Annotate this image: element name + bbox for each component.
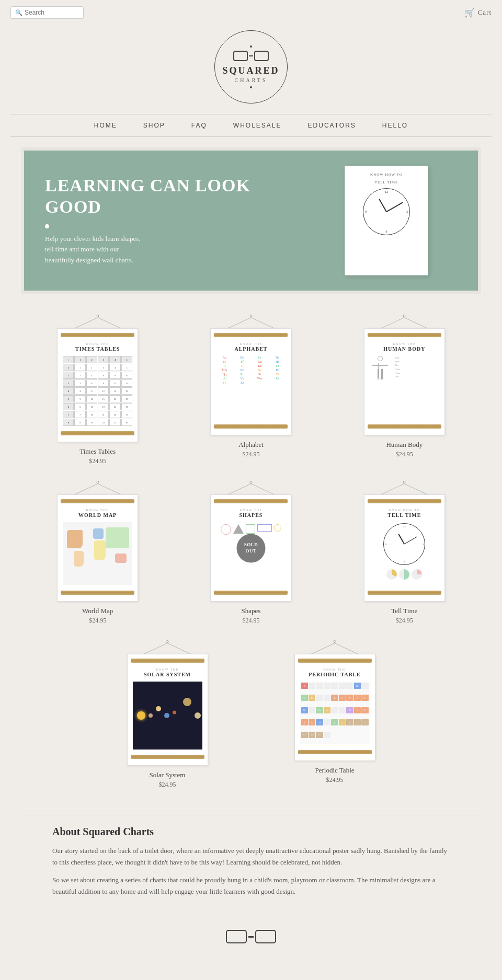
poster-name: SHAPES	[239, 512, 263, 518]
logo-glasses	[233, 51, 269, 61]
nav-home[interactable]: HOME	[94, 122, 117, 129]
wood-bottom	[214, 424, 288, 429]
wood-top	[368, 333, 441, 337]
about-title: About Squared Charts	[52, 826, 450, 838]
pie1	[386, 569, 397, 580]
logo-section: SQUARED CHARTS	[0, 25, 502, 114]
product-price: $24.95	[89, 457, 106, 465]
wood-top	[61, 499, 134, 503]
footer-left-glass	[226, 930, 247, 943]
products-section: KNOW THE TIMES TABLES ×12345 112345 2246…	[0, 309, 502, 804]
cart-icon: 🛒	[464, 8, 475, 18]
product-label: Periodic Table	[315, 766, 354, 775]
product-price: $24.95	[396, 617, 413, 625]
cart-area[interactable]: 🛒 Cart	[464, 8, 492, 18]
about-paragraph2: So we set about creating a series of cha…	[52, 874, 450, 897]
poster-name: TELL TIME	[387, 512, 421, 518]
wood-top	[214, 499, 288, 503]
poster-inner: KNOW HOW TO TELL TIME 12 3 6 9	[368, 506, 441, 587]
wood-bottom	[298, 750, 372, 754]
worldmap-area	[63, 522, 132, 585]
product-label: Shapes	[242, 607, 261, 615]
wood-top	[214, 333, 288, 337]
poster-inner: KNOW THE TIMES TABLES ×12345 112345 2246…	[61, 340, 134, 428]
glasses-bridge	[249, 55, 253, 56]
wood-bottom	[368, 591, 441, 595]
logo-brand: SQUARED	[222, 65, 279, 76]
footer-glasses-icon	[226, 930, 276, 943]
product-label: Alphabet	[238, 441, 264, 449]
poster-know: KNOW THE	[239, 509, 263, 512]
wood-top	[131, 659, 204, 663]
poster-know: KNOW HOW TO	[389, 509, 420, 512]
solar-sun	[137, 711, 145, 720]
hero-image-area: KNOW HOW TO TELL TIME 12 3 6 9	[295, 151, 478, 291]
product-solar-system[interactable]: KNOW THE SOLAR SYSTEM Solar Syste	[94, 640, 241, 789]
poster-world-map: KNOW THE WORLD MAP	[57, 494, 138, 602]
product-label: Tell Time	[391, 607, 417, 615]
footer-bridge	[248, 936, 254, 938]
poster-inner: KNOW THE PERIODIC TABLE H He Li Be	[298, 666, 372, 747]
product-tell-time[interactable]: KNOW HOW TO TELL TIME 12 3 6 9	[338, 481, 471, 625]
product-periodic-table[interactable]: KNOW THE PERIODIC TABLE H He Li Be	[261, 640, 408, 789]
poster-know: KNOW THE	[323, 668, 346, 671]
wood-top	[298, 659, 372, 663]
products-grid-row1: KNOW THE TIMES TABLES ×12345 112345 2246…	[31, 315, 471, 465]
hero-poster-know: KNOW HOW TO	[370, 172, 403, 177]
about-paragraph1: Our story started on the back of a toile…	[52, 845, 450, 868]
poster-know: KNOW THE	[86, 342, 109, 345]
product-times-tables[interactable]: KNOW THE TIMES TABLES ×12345 112345 2246…	[31, 315, 164, 465]
poster-alphabet: KNOW THE ALPHABET AaBbCcDd EeFfGgHh IiJj…	[210, 328, 291, 435]
left-glass	[233, 51, 248, 61]
logo-circle[interactable]: SQUARED CHARTS	[214, 30, 288, 103]
product-price: $24.95	[89, 617, 106, 625]
pie2	[399, 569, 409, 580]
search-input[interactable]	[25, 9, 82, 16]
pie3	[412, 569, 422, 580]
skeleton-area: SkullSpineRibsPelvisFemurTibia	[370, 356, 439, 379]
hero-title: LEARNING CAN LOOK GOOD	[45, 175, 274, 218]
wood-bottom	[131, 755, 204, 759]
search-box[interactable]: 🔍	[10, 6, 84, 19]
wood-bottom	[61, 591, 134, 595]
hero-banner: LEARNING CAN LOOK GOOD Help your clever …	[21, 147, 481, 294]
poster-periodic-table: KNOW THE PERIODIC TABLE H He Li Be	[294, 654, 375, 761]
logo-dot-bottom	[250, 86, 252, 88]
poster-solar-system: KNOW THE SOLAR SYSTEM	[127, 654, 208, 766]
products-grid-row2: KNOW THE WORLD MAP	[31, 481, 471, 625]
poster-name: HUMAN BODY	[383, 346, 425, 352]
nav-educators[interactable]: EDUCATORS	[308, 122, 356, 129]
poster-times-tables: KNOW THE TIMES TABLES ×12345 112345 2246…	[57, 328, 138, 442]
poster-know: KNOW THE	[393, 342, 416, 345]
poster-know: KNOW THE	[239, 342, 263, 345]
hero-content: LEARNING CAN LOOK GOOD Help your clever …	[24, 159, 295, 282]
product-price: $24.95	[159, 781, 176, 789]
poster-know: KNOW THE	[156, 668, 179, 671]
mini-min-hand	[404, 537, 417, 545]
footer-logo	[0, 919, 502, 959]
product-world-map[interactable]: KNOW THE WORLD MAP	[31, 481, 164, 625]
product-alphabet[interactable]: KNOW THE ALPHABET AaBbCcDd EeFfGgHh IiJj…	[185, 315, 317, 465]
hero-clock-poster: KNOW HOW TO TELL TIME 12 3 6 9	[345, 166, 428, 275]
poster-inner: KNOW THE WORLD MAP	[61, 506, 134, 587]
poster-name: TIMES TABLES	[75, 346, 120, 352]
nav-divider-bottom	[10, 136, 492, 137]
wood-bottom	[214, 591, 288, 595]
product-shapes[interactable]: KNOW THE SHAPES SOLDOUT Shapes	[185, 481, 317, 625]
poster-inner: KNOW THE SOLAR SYSTEM	[131, 666, 204, 752]
nav-faq[interactable]: FAQ	[191, 122, 207, 129]
poster-inner: KNOW THE HUMAN BODY	[368, 340, 441, 421]
hero-clock-face: 12 3 6 9	[363, 188, 410, 235]
poster-name: WORLD MAP	[78, 512, 117, 518]
clock-pies	[386, 569, 422, 580]
solar-area	[133, 682, 202, 750]
product-label: Human Body	[386, 441, 423, 449]
logo-tagline: CHARTS	[235, 77, 268, 83]
nav-shop[interactable]: SHOP	[143, 122, 165, 129]
sold-out-text: SOLDOUT	[244, 542, 258, 554]
product-human-body[interactable]: KNOW THE HUMAN BODY	[338, 315, 471, 465]
times-table-grid: ×12345 112345 2246810 33691215 448121620…	[63, 356, 132, 426]
nav-wholesale[interactable]: WHOLESALE	[233, 122, 282, 129]
product-label: Times Tables	[79, 447, 116, 456]
nav-hello[interactable]: HELLO	[382, 122, 408, 129]
